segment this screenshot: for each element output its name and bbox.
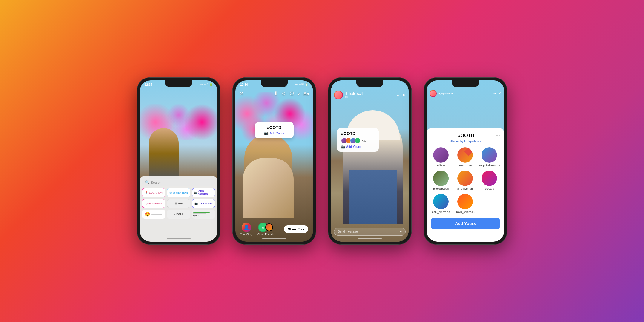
toolbar-right: ⬇ ☺ ⬡ ♪ Aa	[274, 91, 309, 96]
share-bar: 👤 Your Story ★ Close Friends Sh	[235, 223, 313, 236]
home-indicator-1	[167, 238, 191, 239]
message-bar[interactable]: Send message ➤	[334, 228, 406, 236]
more-icon[interactable]: ···	[395, 93, 399, 97]
notch-2	[261, 80, 288, 87]
progress-1	[333, 89, 357, 89]
participant-4	[355, 138, 361, 144]
share-to-text: Share To	[288, 227, 302, 231]
close-icon-4[interactable]: ✕	[498, 91, 501, 96]
participants-sheet: #OOTD ··· Started by lil_lapislazuli lof…	[427, 128, 504, 242]
sticker-quiz[interactable]: QUIZ	[192, 210, 215, 219]
quiz-label: QUIZ	[193, 214, 214, 217]
camera-overlay-icon: 📷	[341, 145, 345, 149]
camera-icon: 📷	[264, 131, 269, 135]
addyours-icon: 📷	[194, 191, 197, 194]
more-icon-4[interactable]: ···	[493, 91, 496, 96]
mention-label: @MENTION	[173, 191, 188, 194]
add-yours-overlay-button[interactable]: 📷 Add Yours	[341, 145, 375, 149]
phone-2: 12:34 ▪▪▪ wifi 🔋 ✕ ⬇ ☺ ⬡ ♪ Aa #OOTD 📷 Ad…	[232, 77, 316, 245]
close-story-icon[interactable]: ✕	[402, 93, 406, 97]
add-yours-sticker[interactable]: #OOTD 📷 Add Yours	[255, 122, 294, 138]
location-icon: 📍	[145, 191, 148, 194]
sheet-header: #OOTD ···	[431, 132, 500, 139]
sticker-search[interactable]: 🔍 Search	[142, 179, 215, 186]
phone-3: lil_lapislazuli 3h ··· ✕ #OOTD +20 📷 Add	[328, 77, 412, 245]
share-to-button[interactable]: Share To ›	[284, 225, 308, 233]
wifi-icon: wifi	[204, 83, 208, 86]
time-2: 12:34	[240, 83, 248, 86]
your-story-label: Your Story	[240, 233, 253, 236]
participant-sapphire[interactable]: sapphireblues_19	[479, 147, 500, 167]
poll-label: POLL	[176, 213, 183, 216]
location-label: LOCATION	[149, 191, 163, 194]
participant-name-1: heyach2002	[458, 164, 472, 167]
phone3-background	[331, 80, 409, 242]
close-friends-label: Close Friends	[257, 233, 274, 236]
participant-name-0: lofti232	[437, 164, 445, 167]
emoji-icon[interactable]: ☺	[281, 91, 286, 96]
search-label: Search	[151, 181, 161, 184]
sheet-more-icon[interactable]: ···	[496, 132, 500, 139]
chevron-right-icon: ›	[303, 227, 304, 231]
wifi-icon-2: wifi	[299, 83, 304, 86]
phone4-username: lil_lapislazuli	[438, 92, 453, 95]
phone2-background	[235, 80, 313, 242]
add-yours-overlay-text: Add Yours	[346, 145, 361, 148]
sticker-addyours[interactable]: 📷 ADD YOURS	[192, 188, 215, 197]
sticker-mention[interactable]: @ @MENTION	[167, 188, 190, 197]
battery-icon-2: 🔋	[305, 83, 308, 86]
your-story-option[interactable]: 👤 Your Story	[240, 223, 253, 236]
participant-name-3: photosbyean	[433, 187, 449, 190]
story-user-details: lil_lapislazuli 3h	[345, 92, 363, 98]
download-icon[interactable]: ⬇	[274, 91, 278, 96]
close-friends-option[interactable]: ★ Close Friends	[257, 223, 274, 236]
participant-photos[interactable]: photosbyean	[431, 171, 451, 190]
add-yours-big-button[interactable]: Add Yours	[431, 218, 500, 229]
close-icon[interactable]: ✕	[240, 91, 243, 96]
participant-name-2: sapphireblues_19	[479, 164, 500, 167]
participant-eloears[interactable]: eloears	[479, 171, 500, 190]
sticker-questions[interactable]: QUESTIONS	[142, 199, 165, 208]
message-placeholder: Send message	[338, 230, 358, 233]
participant-avatars: +20	[341, 138, 375, 144]
sticker-captions[interactable]: 📷 CAPTIONS	[192, 199, 215, 208]
text-icon[interactable]: Aa	[303, 91, 309, 96]
gif-icon: ⊞	[175, 202, 177, 205]
overlay-hashtag: #OOTD	[341, 131, 375, 136]
captions-icon: 📷	[194, 202, 198, 205]
editing-toolbar: ✕ ⬇ ☺ ⬡ ♪ Aa	[235, 89, 313, 98]
signal-icon-2: ▪▪▪	[295, 83, 298, 86]
progress-3	[383, 89, 407, 89]
sticker-emoji[interactable]: 😍	[142, 210, 165, 219]
captions-label: CAPTIONS	[199, 202, 213, 205]
story-progress	[333, 89, 407, 89]
story-avatar[interactable]	[335, 91, 342, 99]
sticker-gif[interactable]: ⊞ GIF	[167, 199, 190, 208]
home-indicator-3	[358, 238, 382, 239]
sheet-title: #OOTD	[437, 133, 496, 138]
home-indicator-2	[262, 238, 286, 239]
started-by-text: Started by	[450, 140, 464, 143]
participant-dark[interactable]: dark_emeralds	[431, 194, 451, 214]
participant-name-5: eloears	[485, 187, 494, 190]
sticker-grid-1: 📍 LOCATION @ @MENTION 📷 ADD YOURS QUESTI…	[142, 188, 215, 208]
participant-heyach[interactable]: heyach2002	[455, 147, 475, 167]
add-yours-button[interactable]: 📷 Add Yours	[260, 131, 289, 135]
status-icons-2: ▪▪▪ wifi 🔋	[295, 83, 308, 86]
sticker-icon[interactable]: ⬡	[290, 91, 294, 96]
participant-name-7: travis_shreds18	[456, 211, 475, 214]
add-yours-overlay[interactable]: #OOTD +20 📷 Add Yours	[337, 128, 379, 152]
participant-amethyst[interactable]: amethyst_grl	[455, 171, 475, 190]
questions-label: QUESTIONS	[146, 202, 162, 205]
search-icon: 🔍	[145, 180, 149, 184]
participant-travis[interactable]: travis_shreds18	[455, 194, 475, 214]
participant-name-4: amethyst_grl	[457, 187, 473, 190]
notch-1	[165, 80, 192, 87]
add-yours-text: Add Yours	[270, 132, 285, 135]
sticker-poll[interactable]: ≡ POLL	[167, 210, 190, 219]
music-icon[interactable]: ♪	[298, 91, 300, 96]
participant-lofti[interactable]: lofti232	[431, 147, 451, 167]
sticker-tray: 🔍 Search 📍 LOCATION @ @MENTION 📷 ADD YOU…	[140, 176, 217, 242]
sticker-location[interactable]: 📍 LOCATION	[142, 188, 165, 197]
send-icon[interactable]: ➤	[399, 230, 402, 233]
